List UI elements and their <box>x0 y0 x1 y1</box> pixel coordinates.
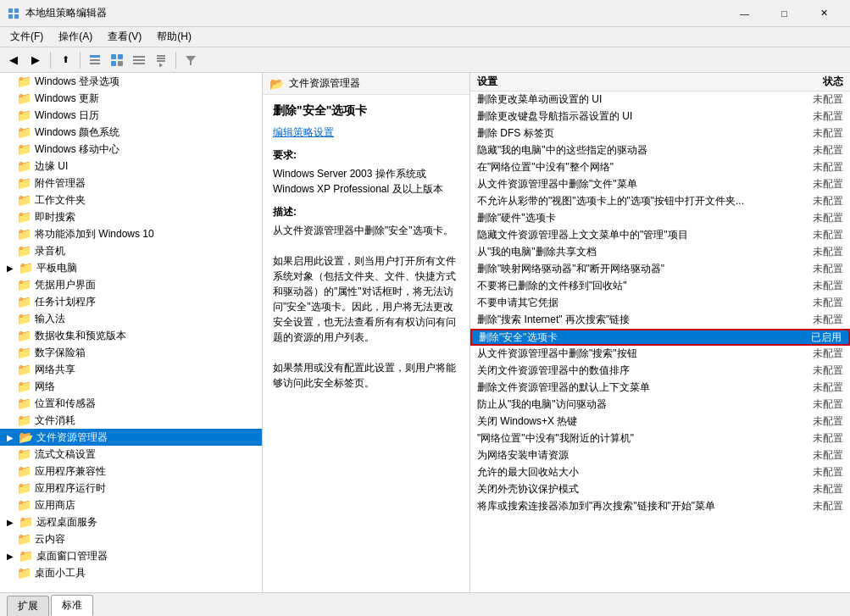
list-row[interactable]: 删除更改键盘导航指示器设置的 UI未配置 <box>470 108 850 125</box>
list-row-status: 未配置 <box>792 296 843 310</box>
list-row[interactable]: 删除更改菜单动画设置的 UI未配置 <box>470 92 850 108</box>
list-row[interactable]: 从"我的电脑"删除共享文档未配置 <box>470 244 850 261</box>
list-row[interactable]: 不允许从彩带的"视图"选项卡上的"选项"按钮中打开文件夹...未配置 <box>470 193 850 210</box>
folder-icon: 📁 <box>17 566 31 580</box>
list-row[interactable]: 允许的最大回收站大小未配置 <box>470 464 850 481</box>
tree-item-attachment-mgr[interactable]: 📁 附件管理器 <box>0 175 262 191</box>
tab-expand[interactable]: 扩展 <box>7 596 49 616</box>
title-bar: 本地组策略编辑器 — □ ✕ <box>0 0 850 27</box>
toolbar-separator-3 <box>175 52 176 69</box>
tree-item-digital-safe[interactable]: 📁 数字保险箱 <box>0 344 262 361</box>
tree-item-network-sharing[interactable]: 📁 网络共享 <box>0 361 262 378</box>
tree-item-desktop-wm[interactable]: ▶ 📁 桌面窗口管理器 <box>0 547 262 564</box>
list-row-name: 从文件资源管理器中删除"文件"菜单 <box>477 177 792 191</box>
list-row-status: 未配置 <box>792 347 843 361</box>
tree-item-app-compat[interactable]: 📁 应用程序兼容性 <box>0 463 262 480</box>
tree-item-streaming[interactable]: 📁 流式文稿设置 <box>0 446 262 463</box>
list-row[interactable]: 关闭 Windows+X 热键未配置 <box>470 413 850 430</box>
minimize-button[interactable]: — <box>725 2 764 25</box>
tree-item-windows-calendar[interactable]: 📁 Windows 日历 <box>0 107 262 124</box>
list-row-name: 不要申请其它凭据 <box>477 296 792 310</box>
expand-arrow-icon: ▶ <box>7 552 15 561</box>
forward-button[interactable]: ▶ <box>25 50 46 70</box>
menu-action[interactable]: 操作(A) <box>52 28 99 46</box>
list-row[interactable]: 将库或搜索连接器添加到"再次搜索"链接和"开始"菜单未配置 <box>470 498 850 515</box>
toolbar-btn-3[interactable] <box>129 50 149 70</box>
right-panel-header: 设置 状态 <box>470 73 850 92</box>
maximize-button[interactable]: □ <box>765 2 803 25</box>
folder-icon: 📁 <box>19 549 33 563</box>
right-panel: 设置 状态 删除更改菜单动画设置的 UI未配置删除更改键盘导航指示器设置的 UI… <box>470 73 850 592</box>
list-row[interactable]: 隐藏文件资源管理器上文文菜单中的"管理"项目未配置 <box>470 227 850 244</box>
list-row[interactable]: "网络位置"中没有"我附近的计算机"未配置 <box>470 430 850 447</box>
list-row-status: 未配置 <box>792 160 843 175</box>
list-row-name: 删除 DFS 标签页 <box>477 126 792 141</box>
tree-item-work-folders[interactable]: 📁 工作文件夹 <box>0 191 262 208</box>
toolbar-btn-4[interactable] <box>151 50 171 70</box>
tree-item-task-scheduler[interactable]: 📁 任务计划程序 <box>0 293 262 310</box>
tab-standard[interactable]: 标准 <box>51 595 93 616</box>
folder-icon: 📂 <box>269 77 284 91</box>
menu-help[interactable]: 帮助(H) <box>150 28 198 46</box>
window-title: 本地组策略编辑器 <box>25 6 107 20</box>
list-row-status: 未配置 <box>792 313 843 327</box>
tree-item-app-runtime[interactable]: 📁 应用程序运行时 <box>0 480 262 497</box>
svg-rect-5 <box>90 59 100 61</box>
tree-item-instant-search[interactable]: 📁 即时搜索 <box>0 208 262 225</box>
tree-item-add-features[interactable]: 📁 将功能添加到 Windows 10 <box>0 225 262 242</box>
tree-item-windows-update[interactable]: 📁 Windows 更新 <box>0 90 262 107</box>
list-row[interactable]: 删除"搜索 Internet" 再次搜索"链接未配置 <box>470 312 850 329</box>
list-row[interactable]: 防止从"我的电脑"访问驱动器未配置 <box>470 397 850 413</box>
filter-button[interactable] <box>181 50 201 70</box>
tree-item-credentials[interactable]: 📁 凭据用户界面 <box>0 276 262 293</box>
tree-item-file-consume[interactable]: 📁 文件消耗 <box>0 412 262 429</box>
edit-policy-link[interactable]: 编辑策略设置 <box>273 126 334 138</box>
folder-icon: 📁 <box>17 159 31 173</box>
tree-item-app-store[interactable]: 📁 应用商店 <box>0 497 262 513</box>
list-row[interactable]: 删除"映射网络驱动器"和"断开网络驱动器"未配置 <box>470 261 850 278</box>
policy-title: 删除"安全"选项卡 <box>273 103 459 119</box>
tree-item-windows-login[interactable]: 📁 Windows 登录选项 <box>0 73 262 90</box>
policy-list: 删除更改菜单动画设置的 UI未配置删除更改键盘导航指示器设置的 UI未配置删除 … <box>470 92 850 592</box>
tree-item-file-explorer[interactable]: ▶ 📂 文件资源管理器 <box>0 429 262 446</box>
list-row[interactable]: 不要将已删除的文件移到"回收站"未配置 <box>470 278 850 295</box>
back-button[interactable]: ◀ <box>3 50 24 70</box>
list-row[interactable]: 关闭文件资源管理器中的数值排序未配置 <box>470 363 850 380</box>
list-row[interactable]: 为网络安装申请资源未配置 <box>470 447 850 464</box>
close-button[interactable]: ✕ <box>805 2 843 25</box>
list-row-status: 未配置 <box>792 465 843 480</box>
folder-icon-selected: 📂 <box>19 430 33 444</box>
list-row[interactable]: 删除 DFS 标签页未配置 <box>470 125 850 142</box>
list-row[interactable]: 隐藏"我的电脑"中的这些指定的驱动器未配置 <box>470 142 850 159</box>
toolbar-btn-2[interactable] <box>107 50 127 70</box>
svg-rect-10 <box>118 61 123 66</box>
list-row[interactable]: 从文件资源管理器中删除"搜索"按钮未配置 <box>470 346 850 363</box>
tree-item-windows-mobility[interactable]: 📁 Windows 移动中心 <box>0 141 262 158</box>
tree-item-data-collection[interactable]: 📁 数据收集和预览版本 <box>0 327 262 344</box>
tree-item-edge-ui[interactable]: 📁 边缘 UI <box>0 158 262 175</box>
folder-icon: 📁 <box>17 481 31 495</box>
folder-icon: 📁 <box>19 515 33 529</box>
tree-item-remote-desktop[interactable]: ▶ 📁 远程桌面服务 <box>0 513 262 530</box>
tree-item-network[interactable]: 📁 网络 <box>0 378 262 395</box>
up-button[interactable]: ⬆ <box>55 50 75 70</box>
tree-item-location[interactable]: 📁 位置和传感器 <box>0 395 262 412</box>
list-row[interactable]: 从文件资源管理器中删除"文件"菜单未配置 <box>470 176 850 193</box>
list-row[interactable]: 删除"安全"选项卡已启用 <box>470 329 850 346</box>
list-row[interactable]: 删除"硬件"选项卡未配置 <box>470 210 850 227</box>
tree-item-input-method[interactable]: 📁 输入法 <box>0 310 262 327</box>
tree-item-cloud-content[interactable]: 📁 云内容 <box>0 530 262 547</box>
menu-view[interactable]: 查看(V) <box>101 28 148 46</box>
tree-item-windows-color[interactable]: 📁 Windows 颜色系统 <box>0 124 262 141</box>
tree-item-tablet[interactable]: ▶ 📁 平板电脑 <box>0 259 262 276</box>
toolbar-separator-2 <box>80 52 81 69</box>
list-row[interactable]: 关闭外壳协议保护模式未配置 <box>470 481 850 498</box>
list-row[interactable]: 在"网络位置"中没有"整个网络"未配置 <box>470 159 850 176</box>
toolbar-btn-1[interactable] <box>85 50 105 70</box>
tree-item-desktop-gadgets[interactable]: 📁 桌面小工具 <box>0 564 262 581</box>
tree-item-sound-recorder[interactable]: 📁 录音机 <box>0 242 262 259</box>
list-row[interactable]: 不要申请其它凭据未配置 <box>470 295 850 312</box>
list-row[interactable]: 删除文件资源管理器的默认上下文菜单未配置 <box>470 380 850 397</box>
svg-marker-18 <box>186 56 196 65</box>
menu-file[interactable]: 文件(F) <box>3 28 50 46</box>
